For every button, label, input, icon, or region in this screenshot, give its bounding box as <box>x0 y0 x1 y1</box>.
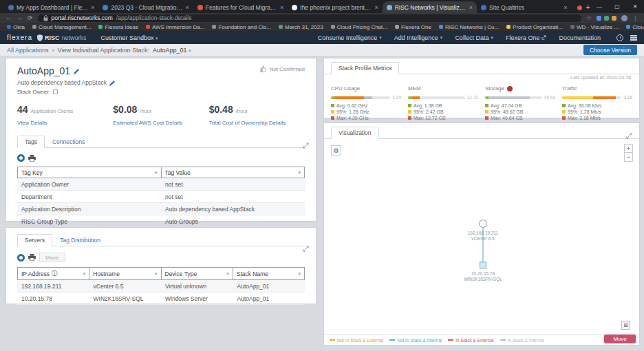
nav-item-add-intelligence[interactable]: Add Intelligence▾ <box>394 34 443 41</box>
column-header-filter[interactable]: Stack Name▾ <box>233 267 305 280</box>
tab-close-icon[interactable]: × <box>374 4 378 11</box>
nav-item-flexera-one[interactable]: Flexera One <box>506 34 547 41</box>
extension-icon[interactable] <box>604 16 609 21</box>
table-cell: AutoApp_01 <box>233 280 305 292</box>
table-row[interactable]: Departmentnot set <box>17 191 305 203</box>
tab-favicon-icon <box>292 5 297 10</box>
table-row[interactable]: RISC Group TypeAuto Groups <box>17 215 305 228</box>
print-icon[interactable] <box>28 155 36 162</box>
stat-details-link[interactable]: Total Cost of Ownership Details <box>209 120 305 126</box>
tab-tag-distribution[interactable]: Tag Distribution <box>52 234 108 246</box>
tab-connections[interactable]: Connections <box>45 136 92 148</box>
tab-close-icon[interactable]: × <box>91 4 94 11</box>
browser-tab[interactable]: RISC Networks | Visualize Appli... × <box>383 1 477 13</box>
minimize-button[interactable]: — <box>590 3 608 10</box>
column-header-filter[interactable]: Hostname▾ <box>89 267 161 280</box>
account-selector[interactable]: Customer Sandbox ▾ <box>101 34 158 41</box>
browser-tab[interactable]: Features for Cloud Migration | F... × <box>193 1 288 13</box>
breadcrumb-stack-selector[interactable]: AutoApp_01 ▾ <box>153 47 191 54</box>
print-icon[interactable] <box>28 254 36 261</box>
nav-item-documentation[interactable]: Documentation <box>559 34 601 41</box>
metric-gauge <box>408 96 465 99</box>
table-row[interactable]: Application DescriptionAuto dependency b… <box>17 203 305 215</box>
extension-icon[interactable] <box>612 16 616 21</box>
back-icon[interactable]: ← <box>6 15 12 21</box>
table-row[interactable]: 192.168.19.211vCenter 6.5Virtual unknown… <box>17 280 305 292</box>
url-input[interactable]: portal.riscnetworks.com /app/application… <box>38 14 581 22</box>
browser-tab[interactable]: My Apps Dashboard | Flexera S... × <box>4 1 98 13</box>
browser-tab[interactable]: the phoenix project brent - Goo... × <box>288 1 382 13</box>
table-row[interactable]: 10.20.15.78WIN2K16SRV-SQLWindows ServerA… <box>17 292 305 305</box>
tab-servers[interactable]: Servers <box>17 234 52 246</box>
column-header-filter[interactable]: Tag Key▾ <box>17 167 162 178</box>
bookmark-item[interactable]: Cloud Management... <box>32 24 92 30</box>
chevron-down-icon: ▾ <box>440 35 443 41</box>
close-button[interactable]: ✕ <box>626 3 644 10</box>
reload-icon[interactable]: ⟳ <box>28 15 33 21</box>
tab-stack-profile-metrics[interactable]: Stack Profile Metrics <box>331 62 399 74</box>
table-row[interactable]: Application Ownernot set <box>17 178 305 191</box>
stat-details-link[interactable]: View Details <box>17 120 113 126</box>
refresh-icon[interactable] <box>17 254 25 262</box>
expand-icon[interactable] <box>626 133 632 139</box>
grid-icon[interactable]: ⊞ <box>621 321 630 330</box>
move-button[interactable]: Move <box>604 334 636 343</box>
graph-node-vcenter[interactable] <box>480 220 487 228</box>
main-content: AutoApp_01 Not Confirmed Auto dependency… <box>0 56 644 351</box>
bookmark-item[interactable]: WD - Visualize ... <box>570 24 619 30</box>
move-servers-button[interactable]: Move <box>39 253 65 262</box>
column-header-filter[interactable]: Tag Value▾ <box>162 167 305 178</box>
tags-toolbar <box>17 154 305 162</box>
browser-tab[interactable]: Site Qualtrics × <box>477 1 571 13</box>
browser-menu-icon[interactable]: ⋮ <box>632 15 638 21</box>
bookmark-item[interactable]: Flexera Ideas <box>98 24 138 30</box>
bookmark-item[interactable]: AWS Immersion Da... <box>146 24 205 30</box>
clock-icon[interactable] <box>616 34 623 41</box>
stat-details-link[interactable]: Estimated AWS Cost Details <box>113 120 208 126</box>
metric-block: CPU Usage 4.29 Avg: 0.62 GHz95%: 1.28 GH… <box>331 85 401 120</box>
bookmark-item[interactable]: RISC Networks | Cu... <box>439 24 499 30</box>
graph-node-server[interactable] <box>480 262 486 268</box>
new-tab-button[interactable]: + <box>586 3 590 11</box>
assign-owner-icon[interactable] <box>53 89 58 94</box>
menu-icon[interactable] <box>630 35 637 41</box>
bookmark-item[interactable]: Product Organizati... <box>506 24 563 30</box>
expand-icon[interactable] <box>303 142 309 149</box>
extension-icons <box>597 16 616 21</box>
bookmark-item[interactable]: Cloud Pricing Chat... <box>331 24 387 30</box>
topology-graph[interactable]: 192.168.19.211 vCenter 6.5 10.20.15.78 W… <box>324 151 639 309</box>
nav-item-collect-data[interactable]: Collect Data▾ <box>455 34 493 41</box>
metric-legend-item: 95%: 1.28 Mb/s <box>562 109 632 114</box>
column-header-filter[interactable]: IP Addressⓘ▾ <box>17 267 89 280</box>
column-header-filter[interactable]: Device Type▾ <box>162 267 233 280</box>
bookmark-item[interactable]: March 31, 2023 <box>279 24 323 30</box>
star-icon[interactable]: ☆ <box>586 15 592 21</box>
table-cell: 10.20.15.78 <box>17 292 89 304</box>
tab-close-icon[interactable]: × <box>186 4 189 11</box>
extension-icon[interactable] <box>597 16 601 21</box>
nav-item-consume-intelligence[interactable]: Consume Intelligence▾ <box>318 34 382 41</box>
breadcrumb-root-link[interactable]: All Applications <box>7 47 49 54</box>
edit-subtitle-icon[interactable] <box>109 80 116 86</box>
browser-tab[interactable]: 2023 Q3 - Cloud Migration and ... × <box>98 1 193 13</box>
tab-visualization[interactable]: Visualization <box>331 127 379 139</box>
choose-version-button[interactable]: Choose Version <box>583 45 637 55</box>
forward-icon[interactable]: → <box>17 15 23 21</box>
expand-icon[interactable] <box>303 246 309 252</box>
profile-avatar[interactable] <box>621 15 627 21</box>
bookmark-item[interactable]: Foundation and Clo... <box>212 24 271 30</box>
chevron-down-icon: ▾ <box>491 35 493 41</box>
bookmark-item[interactable]: Cloud 24-2023 Ca... <box>626 24 644 30</box>
tab-tags[interactable]: Tags <box>17 136 45 148</box>
tab-close-icon[interactable]: × <box>564 4 567 11</box>
maximize-button[interactable]: ▢ <box>608 3 626 10</box>
edit-title-icon[interactable] <box>74 68 80 74</box>
bookmark-item[interactable]: Okta <box>7 24 25 30</box>
tab-close-icon[interactable]: × <box>280 4 283 11</box>
refresh-icon[interactable] <box>17 154 25 162</box>
bookmark-favicon-icon <box>32 25 36 29</box>
tab-close-icon[interactable]: × <box>469 4 473 11</box>
bookmark-label: Flexera Ideas <box>105 24 138 30</box>
bookmark-item[interactable]: Flexera One <box>395 24 431 30</box>
tab-title: RISC Networks | Visualize Appli... <box>395 4 466 11</box>
